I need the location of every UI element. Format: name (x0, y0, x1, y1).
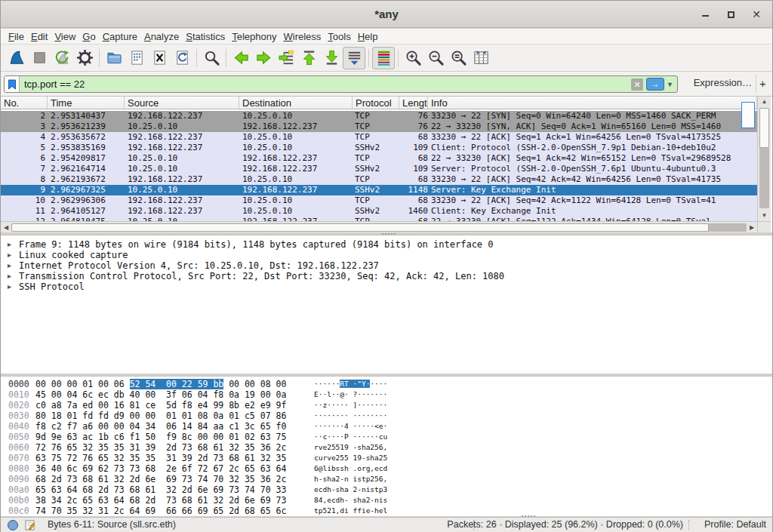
hex-row-0010[interactable]: 001045 00 04 6c ec db 40 00 3f 06 04 f8 … (1, 389, 772, 400)
hex-byte-segment[interactable]: 00 00 00 01 00 06 (35, 379, 130, 389)
ascii-segment[interactable]: curve255 19-sha25 (314, 454, 387, 462)
hex-row-0030[interactable]: 003080 18 01 fd fd d9 00 00 01 01 08 0a … (1, 411, 772, 421)
packet-row-9[interactable]: 92.96296732510.25.0.10192.168.122.237SSH… (1, 185, 757, 195)
detail-line-1[interactable]: ▸Linux cooked capture (1, 250, 772, 260)
hex-row-00a0[interactable]: 00a065 63 64 68 2d 73 68 61 32 2d 6e 69 … (1, 484, 772, 495)
ascii-segment[interactable]: ·······4 ·····<e· (314, 422, 387, 430)
packet-row-2[interactable]: 22.953140437192.168.122.23710.25.0.10TCP… (1, 111, 757, 121)
menu-file[interactable]: File (8, 29, 31, 44)
hex-byte-segment[interactable]: 72 76 65 32 35 35 31 39 2d 73 68 61 32 3… (35, 442, 286, 453)
hex-bytes[interactable]: 38 34 2c 65 63 64 68 2d 73 68 61 32 2d 6… (35, 495, 286, 506)
hex-bytes[interactable]: 80 18 01 fd fd d9 00 00 01 01 08 0a 01 c… (35, 411, 286, 421)
packet-row-6[interactable]: 62.95420981710.25.0.10192.168.122.237TCP… (1, 153, 757, 164)
menu-telephony[interactable]: Telephony (232, 29, 283, 44)
hex-byte-segment[interactable]: f8 c2 f7 a6 00 00 04 34 06 14 84 aa c1 3… (35, 421, 286, 432)
column-header-no[interactable]: No. (1, 97, 48, 109)
menu-help[interactable]: Help (358, 29, 385, 44)
auto-scroll-button[interactable] (343, 47, 365, 69)
save-file-button[interactable] (125, 47, 148, 69)
minimize-button[interactable] (697, 7, 713, 22)
hex-bytes[interactable]: 68 2d 73 68 61 32 2d 6e 69 73 74 70 32 3… (35, 474, 286, 484)
ascii-selected-chars[interactable]: RT ·"Y· (340, 380, 370, 388)
column-header-time[interactable]: Time (48, 97, 125, 109)
packet-row-5[interactable]: 52.953835169192.168.122.23710.25.0.10SSH… (1, 143, 757, 153)
hex-bytes[interactable]: c0 a8 7a ed 00 16 81 ce 5d f8 e4 99 8b e… (35, 400, 286, 411)
packet-row-8[interactable]: 82.962193672192.168.122.23710.25.0.10TCP… (1, 174, 757, 185)
expert-info-button[interactable] (8, 520, 18, 530)
go-back-button[interactable] (229, 47, 252, 69)
hex-ascii[interactable]: ······RT ·"Y····· (314, 379, 387, 389)
vertical-scrollbar-thumb[interactable] (759, 108, 769, 148)
hex-byte-segment[interactable]: 9d 9e 63 ac 1b c6 f1 50 f9 8c 00 00 01 0… (35, 432, 286, 442)
hex-ascii[interactable]: curve255 19-sha25 (314, 453, 387, 463)
hex-byte-segment[interactable]: 36 40 6c 69 62 73 73 68 2e 6f 72 67 2c 6… (35, 463, 286, 474)
menu-view[interactable]: View (54, 29, 82, 44)
hex-row-0080[interactable]: 008036 40 6c 69 62 73 73 68 2e 6f 72 67 … (1, 463, 772, 474)
scroll-down-arrow-icon[interactable]: ▼ (758, 211, 771, 221)
ascii-segment[interactable]: ········ ········ (314, 411, 387, 420)
ascii-segment[interactable]: tp521,di ffie-hel (314, 506, 387, 515)
detail-line-4[interactable]: ▸SSH Protocol (1, 281, 772, 292)
hex-row-00b0[interactable]: 00b038 34 2c 65 63 64 68 2d 73 68 61 32 … (1, 495, 772, 506)
hex-row-0090[interactable]: 009068 2d 73 68 61 32 2d 6e 69 73 74 70 … (1, 474, 772, 484)
menu-statistics[interactable]: Statistics (186, 29, 232, 44)
ascii-segment[interactable]: E··l··@· ?······· (314, 390, 387, 398)
menu-analyze[interactable]: Analyze (144, 29, 186, 44)
scroll-left-arrow-icon[interactable]: ◀ (1, 223, 11, 232)
hex-row-0040[interactable]: 0040f8 c2 f7 a6 00 00 04 34 06 14 84 aa … (1, 421, 772, 432)
expression-button[interactable]: Expression… (694, 77, 752, 88)
hex-bytes[interactable]: 65 63 64 68 2d 73 68 61 32 2d 6e 69 73 7… (35, 484, 286, 495)
packet-row-10[interactable]: 102.962996306192.168.122.23710.25.0.10TC… (1, 195, 757, 206)
add-filter-button[interactable]: + (756, 75, 769, 93)
hex-ascii[interactable]: h-sha2-n istp256, (314, 474, 387, 484)
menu-go[interactable]: Go (82, 29, 102, 44)
title-bar[interactable]: *any ✕ (1, 1, 772, 28)
hex-byte-segment[interactable]: 65 63 64 68 2d 73 68 61 32 2d 6e 69 73 7… (35, 484, 286, 495)
hex-row-0050[interactable]: 00509d 9e 63 ac 1b c6 f1 50 f9 8c 00 00 … (1, 432, 772, 442)
hex-byte-segment[interactable]: c0 a8 7a ed 00 16 81 ce 5d f8 e4 99 8b e… (35, 400, 286, 411)
ascii-segment[interactable]: ··z····· ]······· (314, 401, 387, 409)
capture-comment-button[interactable] (25, 520, 35, 530)
hex-byte-segment[interactable]: 38 34 2c 65 63 64 68 2d 73 68 61 32 2d 6… (35, 495, 286, 506)
hex-ascii[interactable]: ··c····P ······cu (314, 432, 387, 442)
display-filter-input[interactable] (20, 78, 631, 90)
hex-ascii[interactable]: ·······4 ·····<e· (314, 421, 387, 432)
zoom-out-button[interactable] (424, 47, 447, 69)
hex-byte-segment[interactable]: 45 00 04 6c ec db 40 00 3f 06 04 f8 0a 1… (35, 389, 286, 400)
go-forward-button[interactable] (252, 47, 275, 69)
hex-bytes[interactable]: 72 76 65 32 35 35 31 39 2d 73 68 61 32 3… (35, 442, 286, 453)
packet-row-11[interactable]: 112.964105127192.168.122.23710.25.0.10SS… (1, 206, 757, 217)
hex-ascii[interactable]: 84,ecdh- sha2-nis (314, 495, 387, 506)
ascii-segment[interactable]: rve25519 -sha256, (314, 443, 387, 451)
zoom-reset-button[interactable] (447, 47, 470, 69)
close-file-button[interactable] (148, 47, 171, 69)
ascii-segment[interactable]: 84,ecdh- sha2-nis (314, 496, 387, 504)
hex-bytes[interactable]: f8 c2 f7 a6 00 00 04 34 06 14 84 aa c1 3… (35, 421, 286, 432)
hex-byte-segment[interactable]: 68 2d 73 68 61 32 2d 6e 69 73 74 70 32 3… (35, 474, 286, 484)
hex-bytes[interactable]: 45 00 04 6c ec db 40 00 3f 06 04 f8 0a 1… (35, 389, 286, 400)
profile-button[interactable]: Profile: Default (704, 519, 766, 530)
hex-ascii[interactable]: ecdh-sha 2-nistp3 (314, 484, 387, 495)
ascii-segment[interactable]: 6@libssh .org,ecd (314, 464, 387, 472)
ascii-segment[interactable]: h-sha2-n istp256, (314, 475, 387, 483)
hex-ascii[interactable]: ··z····· ]······· (314, 400, 387, 411)
hex-selected-bytes[interactable]: 52 54 00 22 59 bb (130, 379, 224, 389)
detail-line-3[interactable]: ▸Transmission Control Protocol, Src Port… (1, 271, 772, 281)
scroll-up-arrow-icon[interactable]: ▲ (758, 97, 771, 107)
ascii-segment[interactable]: ecdh-sha 2-nistp3 (314, 485, 387, 494)
hex-bytes[interactable]: 36 40 6c 69 62 73 73 68 2e 6f 72 67 2c 6… (35, 463, 286, 474)
packet-list-vertical-scrollbar[interactable]: ▲ ▼ (757, 97, 771, 221)
packet-row-4[interactable]: 42.953635672192.168.122.23710.25.0.10TCP… (1, 132, 757, 143)
restart-capture-button[interactable] (51, 47, 73, 69)
ascii-segment[interactable]: ······ (314, 380, 340, 388)
menu-tools[interactable]: Tools (328, 29, 357, 44)
colorize-packets-button[interactable] (372, 47, 395, 69)
scroll-right-arrow-icon[interactable]: ▶ (747, 223, 757, 232)
column-header-destination[interactable]: Destination (239, 97, 353, 109)
hex-ascii[interactable]: rve25519 -sha256, (314, 442, 387, 453)
hex-bytes[interactable]: 00 00 00 01 00 06 52 54 00 22 59 bb 00 0… (35, 379, 286, 389)
hex-byte-segment[interactable]: 00 00 08 00 (223, 379, 286, 389)
packet-list-horizontal-scrollbar[interactable]: ◀ ▶ (1, 221, 757, 232)
column-header-source[interactable]: Source (125, 97, 239, 109)
packet-row-3[interactable]: 32.95362123910.25.0.10192.168.122.237TCP… (1, 121, 757, 132)
